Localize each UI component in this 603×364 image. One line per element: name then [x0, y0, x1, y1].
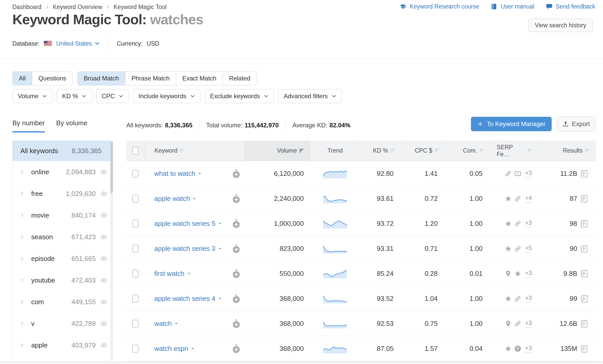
- add-balloon-icon[interactable]: [232, 168, 240, 179]
- export-button[interactable]: Export: [556, 117, 596, 131]
- add-balloon-icon[interactable]: [232, 318, 240, 329]
- serp-features-more[interactable]: +5: [525, 245, 532, 253]
- keyword-link[interactable]: apple watch: [154, 195, 190, 203]
- row-checkbox[interactable]: [132, 245, 138, 253]
- serp-doc-icon[interactable]: [580, 319, 588, 328]
- caret-down-icon[interactable]: [191, 347, 195, 351]
- sidebar-scrollbar-thumb[interactable]: [110, 142, 113, 193]
- breadcrumb-item[interactable]: Keyword Magic Tool: [113, 4, 166, 11]
- to-keyword-manager-button[interactable]: To Keyword Manager: [471, 117, 552, 131]
- caret-down-icon[interactable]: [198, 172, 202, 176]
- column-header-cpc-[interactable]: CPC $: [401, 140, 445, 161]
- serp-doc-icon[interactable]: [580, 294, 588, 303]
- sort-icon[interactable]: [528, 149, 532, 153]
- sort-icon[interactable]: [435, 149, 439, 153]
- database-selector[interactable]: United States: [56, 40, 100, 47]
- add-balloon-icon[interactable]: [232, 218, 240, 229]
- serp-features-more[interactable]: +3: [525, 270, 532, 278]
- select-all-checkbox[interactable]: [132, 147, 138, 155]
- filter-kd-[interactable]: KD %: [57, 89, 92, 103]
- keyword-link[interactable]: apple watch series 3: [154, 245, 215, 253]
- sidebar-item-season[interactable]: season671,423: [13, 226, 110, 248]
- breadcrumb-item[interactable]: Dashboard: [12, 4, 42, 11]
- keyword-link[interactable]: first watch: [154, 270, 184, 278]
- chevron-right-icon[interactable]: [20, 191, 25, 196]
- row-checkbox[interactable]: [132, 170, 138, 178]
- sidebar-scrollbar[interactable]: [110, 140, 113, 361]
- serp-doc-icon[interactable]: [580, 169, 588, 178]
- match-tab-questions[interactable]: Questions: [32, 72, 72, 85]
- row-checkbox[interactable]: [132, 270, 138, 278]
- eye-icon[interactable]: [100, 342, 107, 349]
- caret-down-icon[interactable]: [174, 322, 178, 326]
- caret-down-icon[interactable]: [187, 272, 191, 276]
- row-checkbox[interactable]: [132, 295, 138, 303]
- add-balloon-icon[interactable]: [232, 293, 240, 304]
- help-link-keyword-research-course[interactable]: Keyword Research course: [400, 3, 479, 10]
- sort-icon[interactable]: [299, 149, 304, 153]
- add-balloon-icon[interactable]: [232, 268, 240, 279]
- chevron-right-icon[interactable]: [20, 170, 25, 174]
- column-header-keyword[interactable]: Keyword: [144, 140, 244, 161]
- caret-down-icon[interactable]: [218, 247, 222, 251]
- chevron-right-icon[interactable]: [20, 300, 25, 304]
- match-tab-related[interactable]: Related: [223, 72, 257, 85]
- tab-by-number[interactable]: By number: [12, 119, 45, 133]
- match-tab-exact-match[interactable]: Exact Match: [176, 72, 223, 85]
- column-header-volume[interactable]: Volume: [244, 140, 310, 161]
- caret-down-icon[interactable]: [193, 197, 197, 201]
- filter-exclude-keywords[interactable]: Exclude keywords: [205, 89, 274, 103]
- column-header-results[interactable]: Results: [539, 140, 596, 161]
- caret-down-icon[interactable]: [218, 222, 222, 226]
- serp-doc-icon[interactable]: [580, 244, 588, 253]
- sidebar-item-all-keywords[interactable]: All keywords8,336,365: [13, 140, 110, 161]
- eye-icon[interactable]: [100, 190, 107, 197]
- serp-features-more[interactable]: +3: [525, 295, 532, 303]
- sidebar-item-movie[interactable]: movie840,174: [13, 204, 110, 226]
- serp-doc-icon[interactable]: [580, 269, 588, 278]
- serp-doc-icon[interactable]: [580, 219, 588, 228]
- match-tab-phrase-match[interactable]: Phrase Match: [125, 72, 176, 85]
- filter-cpc[interactable]: CPC: [96, 89, 129, 103]
- eye-icon[interactable]: [100, 277, 107, 284]
- serp-features-more[interactable]: +3: [525, 170, 532, 178]
- sidebar-item-online[interactable]: online2,094,883: [13, 161, 110, 183]
- sidebar-item-apple[interactable]: apple403,979: [13, 334, 110, 356]
- sidebar-item-v[interactable]: v422,789: [13, 313, 110, 334]
- row-checkbox[interactable]: [132, 320, 138, 328]
- eye-icon[interactable]: [100, 299, 107, 305]
- serp-features-more[interactable]: +4: [525, 195, 532, 203]
- match-tab-all[interactable]: All: [13, 72, 32, 85]
- serp-features-more[interactable]: +3: [525, 345, 532, 353]
- eye-icon[interactable]: [100, 320, 107, 327]
- filter-volume[interactable]: Volume: [12, 89, 53, 103]
- keyword-link[interactable]: watch espn: [154, 345, 188, 353]
- chevron-right-icon[interactable]: [20, 256, 25, 261]
- caret-down-icon[interactable]: [218, 297, 222, 301]
- sidebar-item-free[interactable]: free1,029,630: [13, 183, 110, 204]
- column-header-com-[interactable]: Com.: [445, 140, 490, 161]
- chevron-right-icon[interactable]: [20, 235, 25, 239]
- row-checkbox[interactable]: [132, 345, 138, 353]
- chevron-right-icon[interactable]: [20, 343, 25, 348]
- add-balloon-icon[interactable]: [232, 243, 240, 254]
- row-checkbox[interactable]: [132, 220, 138, 228]
- serp-doc-icon[interactable]: [580, 194, 588, 203]
- tab-by-volume[interactable]: By volume: [56, 119, 87, 133]
- row-checkbox[interactable]: [132, 195, 138, 203]
- sort-icon[interactable]: [180, 149, 184, 153]
- serp-features-more[interactable]: +3: [525, 220, 532, 228]
- serp-doc-icon[interactable]: [580, 344, 588, 353]
- help-link-user-manual[interactable]: User manual: [491, 3, 534, 10]
- sidebar-item-episode[interactable]: episode651,665: [13, 248, 110, 269]
- filter-advanced-filters[interactable]: Advanced filters: [278, 89, 342, 103]
- eye-icon[interactable]: [100, 234, 107, 241]
- keyword-link[interactable]: apple watch series 4: [154, 295, 215, 303]
- eye-icon[interactable]: [100, 255, 107, 262]
- sort-icon[interactable]: [391, 149, 395, 153]
- add-balloon-icon[interactable]: [232, 343, 240, 354]
- chevron-right-icon[interactable]: [20, 321, 25, 326]
- serp-features-more[interactable]: +3: [525, 320, 532, 328]
- column-header-serp-fe-[interactable]: SERP Fe…: [490, 140, 539, 161]
- chevron-right-icon[interactable]: [20, 213, 25, 218]
